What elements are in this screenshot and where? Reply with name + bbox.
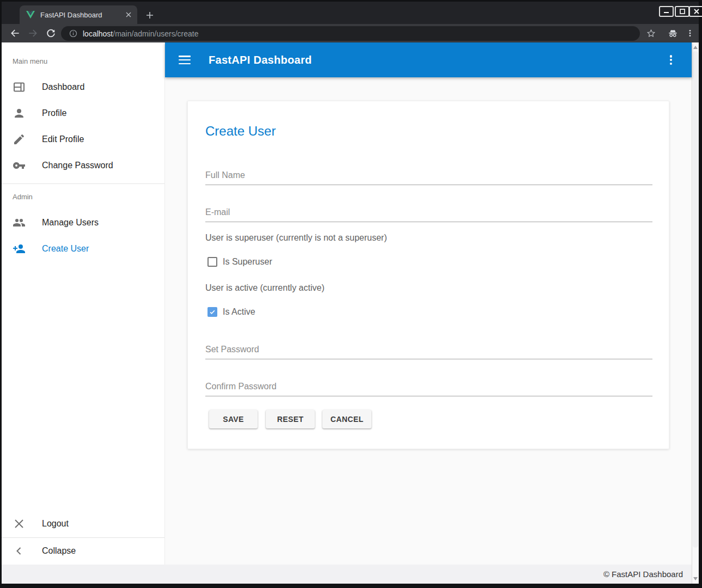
reset-button[interactable]: RESET (266, 410, 315, 428)
browser-menu-button[interactable] (683, 27, 697, 40)
hamburger-menu-icon[interactable] (179, 56, 191, 64)
full-name-field[interactable] (205, 166, 652, 185)
bookmark-button[interactable] (644, 27, 657, 40)
browser-window: FastAPI Dashboard localho (0, 0, 702, 588)
maximize-icon (680, 9, 685, 14)
page-scrollbar[interactable] (692, 42, 699, 584)
active-status-note: User is active (currently active) (205, 283, 325, 293)
sidebar: Main menu Dashboard Profile Edit Profile… (2, 42, 165, 565)
window-minimize-button[interactable] (659, 6, 674, 17)
scrollbar-thumb[interactable] (693, 51, 698, 548)
confirm-password-field[interactable] (205, 377, 652, 396)
tab-strip: FastAPI Dashboard (2, 2, 699, 24)
sidebar-item-label: Manage Users (42, 218, 99, 228)
url-bar[interactable]: localhost/main/admin/users/create (61, 26, 640, 41)
sidebar-item-label: Logout (42, 519, 69, 529)
sidebar-section-admin: Admin (13, 193, 33, 201)
reload-icon (46, 28, 56, 39)
sidebar-item-change-password[interactable]: Change Password (2, 152, 164, 179)
forward-arrow-icon (27, 28, 38, 39)
sidebar-item-label: Dashboard (42, 82, 84, 92)
page-title: Create User (205, 124, 276, 139)
save-button[interactable]: SAVE (209, 410, 258, 428)
sidebar-divider (2, 183, 164, 184)
sidebar-item-label: Create User (42, 244, 89, 254)
chevron-left-icon (13, 544, 26, 558)
is-active-checkbox[interactable] (207, 307, 217, 317)
page-footer: © FastAPI Dashboard (2, 565, 692, 584)
back-arrow-icon (10, 28, 21, 39)
set-password-field[interactable] (205, 340, 652, 359)
url-path: /main/admin/users/create (113, 29, 198, 38)
incognito-indicator[interactable] (666, 27, 679, 40)
new-tab-button[interactable] (143, 9, 156, 22)
is-superuser-checkbox[interactable] (207, 257, 217, 267)
back-button[interactable] (9, 27, 22, 40)
url-text: localhost/main/admin/users/create (83, 29, 198, 38)
checkmark-icon (209, 308, 216, 316)
page-viewport: FastAPI Dashboard Main menu Dashboard Pr… (2, 42, 699, 584)
sidebar-item-manage-users[interactable]: Manage Users (2, 210, 164, 236)
copyright-text: © FastAPI Dashboard (603, 569, 683, 579)
forward-button[interactable] (26, 27, 39, 40)
page-info-icon (69, 29, 78, 38)
sidebar-item-create-user[interactable]: Create User (2, 236, 164, 262)
browser-tab[interactable]: FastAPI Dashboard (20, 5, 137, 24)
sidebar-item-logout[interactable]: Logout (2, 511, 164, 537)
cancel-button[interactable]: CANCEL (322, 410, 371, 428)
tab-title: FastAPI Dashboard (40, 11, 124, 19)
tab-close-icon[interactable] (124, 10, 133, 19)
app-bar: FastAPI Dashboard (165, 42, 692, 77)
person-add-icon (13, 242, 26, 255)
people-icon (13, 216, 26, 229)
scrollbar-down-arrow-icon[interactable] (693, 577, 698, 580)
superuser-status-note: User is superuser (currently is not a su… (205, 233, 387, 243)
sidebar-item-dashboard[interactable]: Dashboard (2, 74, 164, 100)
app-menu-button[interactable] (666, 54, 676, 65)
email-field[interactable] (205, 203, 652, 222)
sidebar-item-collapse[interactable]: Collapse (2, 537, 164, 564)
sidebar-item-label: Edit Profile (42, 134, 84, 144)
url-host: localhost (83, 29, 113, 38)
key-icon (13, 159, 26, 172)
sidebar-item-label: Collapse (42, 546, 76, 556)
app-title: FastAPI Dashboard (209, 54, 312, 66)
person-icon (13, 107, 26, 120)
sidebar-item-label: Profile (42, 108, 66, 118)
browser-toolbar: localhost/main/admin/users/create (2, 24, 699, 42)
pencil-icon (13, 133, 26, 146)
active-checkbox-row: Is Active (207, 307, 255, 317)
logout-x-icon (13, 517, 26, 530)
incognito-icon (667, 28, 679, 39)
is-active-label[interactable]: Is Active (223, 307, 255, 317)
create-user-card: Create User User is superuser (currently… (187, 101, 669, 449)
window-maximize-button[interactable] (675, 6, 689, 17)
vue-favicon-icon (26, 10, 35, 19)
star-icon (646, 28, 656, 39)
dashboard-icon (13, 81, 26, 94)
kebab-menu-icon (686, 29, 694, 38)
window-close-button[interactable] (689, 6, 702, 17)
minimize-icon (663, 9, 669, 14)
close-icon (694, 9, 699, 14)
superuser-checkbox-row: Is Superuser (207, 257, 272, 267)
sidebar-item-label: Change Password (42, 161, 113, 170)
is-superuser-label[interactable]: Is Superuser (223, 257, 272, 267)
scrollbar-up-arrow-icon[interactable] (693, 46, 698, 49)
sidebar-item-profile[interactable]: Profile (2, 100, 164, 126)
sidebar-item-edit-profile[interactable]: Edit Profile (2, 126, 164, 152)
sidebar-section-main-menu: Main menu (13, 57, 47, 65)
reload-button[interactable] (44, 27, 57, 40)
